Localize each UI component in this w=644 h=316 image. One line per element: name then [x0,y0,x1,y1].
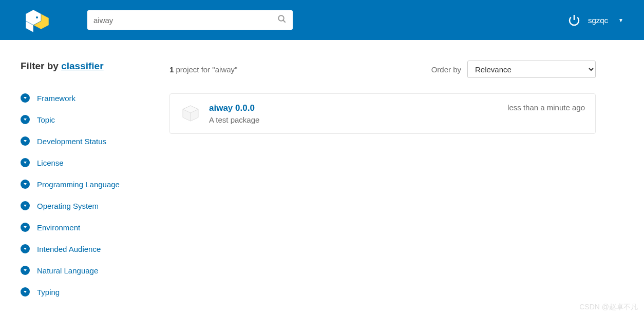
power-icon [568,14,580,26]
classifier-link[interactable]: classifier [61,61,103,71]
filter-label: Typing [37,288,60,297]
svg-point-4 [278,15,284,21]
chevron-down-icon [21,136,30,146]
username-label: sgzqc [588,16,608,25]
filter-topic[interactable]: Topic [21,109,149,130]
filter-development-status[interactable]: Development Status [21,130,149,152]
chevron-down-icon [21,115,30,124]
filter-environment[interactable]: Environment [21,216,149,238]
main-content: Filter by classifier Framework Topic Dev… [0,40,616,316]
watermark: CSDN @赵卓不凡 [579,303,638,312]
chevron-down-icon [21,266,30,275]
svg-line-5 [283,20,286,23]
package-name: aiway 0.0.0 [209,103,499,113]
package-cube-icon [180,103,201,124]
filter-label: Programming Language [37,180,120,189]
filter-label: License [37,159,64,167]
filter-framework[interactable]: Framework [21,87,149,109]
pypi-logo[interactable] [21,7,51,33]
filter-typing[interactable]: Typing [21,281,149,303]
filter-programming-language[interactable]: Programming Language [21,173,149,195]
sidebar: Filter by classifier Framework Topic Dev… [21,61,149,303]
chevron-down-icon [21,180,30,189]
order-by-select[interactable]: Relevance [467,61,596,78]
package-timestamp: less than a minute ago [507,103,585,124]
order-by-container: Order by Relevance [431,61,596,78]
filter-label: Operating System [37,202,99,210]
results-count: 1 project for "aiway" [169,65,237,74]
chevron-down-icon [21,223,30,232]
chevron-down-icon [21,244,30,253]
header: sgzqc ▼ [0,0,644,40]
chevron-down-icon [21,201,30,210]
filter-label: Natural Language [37,266,98,275]
caret-down-icon: ▼ [618,17,623,23]
filter-intended-audience[interactable]: Intended Audience [21,238,149,260]
results-header: 1 project for "aiway" Order by Relevance [169,61,596,78]
user-menu[interactable]: sgzqc ▼ [568,14,623,26]
chevron-down-icon [21,287,30,297]
chevron-down-icon [21,158,30,167]
search-container [87,10,293,30]
chevron-down-icon [21,93,30,103]
search-input[interactable] [93,16,277,25]
filter-label: Topic [37,115,55,124]
filter-operating-system[interactable]: Operating System [21,195,149,216]
filter-label: Intended Audience [37,245,101,253]
filter-list: Framework Topic Development Status Licen… [21,87,149,303]
search-icon[interactable] [277,14,287,26]
filter-label: Framework [37,94,75,103]
results-content: 1 project for "aiway" Order by Relevance… [169,61,596,303]
filter-natural-language[interactable]: Natural Language [21,260,149,281]
sidebar-title-prefix: Filter by [21,61,61,71]
package-description: A test package [209,115,499,124]
package-info: aiway 0.0.0 A test package [209,103,499,124]
svg-point-3 [36,16,38,18]
filter-label: Environment [37,223,80,232]
order-by-label: Order by [431,65,461,74]
filter-label: Development Status [37,137,106,146]
sidebar-title: Filter by classifier [21,61,149,72]
package-card[interactable]: aiway 0.0.0 A test package less than a m… [169,93,596,134]
filter-license[interactable]: License [21,152,149,173]
